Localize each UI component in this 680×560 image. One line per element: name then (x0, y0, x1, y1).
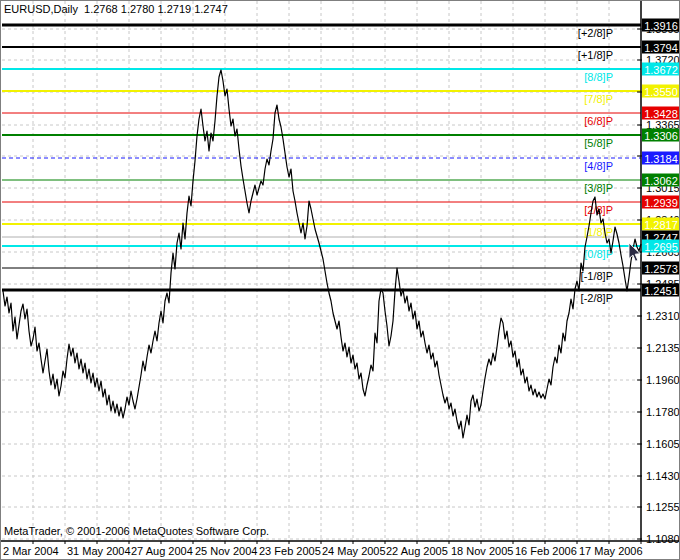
murrey-level-label: [+1/8]P (578, 49, 613, 61)
price-level-box-value: 1.2451 (644, 285, 678, 297)
murrey-level-label: [-2/8]P (581, 292, 613, 304)
price-level-box-value: 1.3184 (644, 153, 678, 165)
metatrader-chart-window: EURUSD,Daily 1.2768 1.2780 1.2719 1.2747… (0, 0, 680, 560)
price-level-box-value: 1.3916 (644, 20, 678, 32)
x-tick-label: 18 Nov 2005 (451, 545, 513, 557)
copyright-text: MetaTrader, © 2001-2006 MetaQuotes Softw… (4, 525, 269, 537)
price-level-box-value: 1.3794 (644, 42, 678, 54)
x-tick-label: 23 Feb 2005 (259, 545, 321, 557)
x-tick-label: 22 Aug 2005 (386, 545, 448, 557)
price-level-box-value: 1.3306 (644, 130, 678, 142)
x-tick-label: 17 May 2006 (579, 545, 643, 557)
price-level-box-value: 1.3062 (644, 175, 678, 187)
murrey-level-label: [0/8]P (584, 248, 613, 260)
x-tick-label: 27 Aug 2004 (131, 545, 193, 557)
price-level-box-value: 1.2573 (644, 263, 678, 275)
x-tick-label: 16 Feb 2006 (515, 545, 577, 557)
y-tick-label: 1.2310 (646, 310, 680, 322)
price-level-box-value: 1.3550 (644, 86, 678, 98)
symbol-ohlc-readout: EURUSD,Daily 1.2768 1.2780 1.2719 1.2747 (4, 3, 228, 15)
murrey-level-label: [7/8]P (584, 93, 613, 105)
y-tick-label: 1.1080 (646, 533, 680, 545)
y-tick-label: 1.1960 (646, 374, 680, 386)
price-chart-canvas[interactable]: [+2/8]P[+1/8]P[8/8]P[7/8]P[6/8]P[5/8]P[4… (1, 1, 680, 560)
x-tick-label: 24 May 2005 (322, 545, 386, 557)
y-tick-label: 1.1780 (646, 406, 680, 418)
murrey-level-label: [-1/8]P (581, 270, 613, 282)
y-tick-label: 1.2135 (646, 342, 680, 354)
x-tick-label: 25 Nov 2004 (195, 545, 257, 557)
murrey-level-label: [3/8]P (584, 182, 613, 194)
x-tick-label: 31 May 2004 (67, 545, 131, 557)
murrey-level-label: [+2/8]P (578, 27, 613, 39)
murrey-level-label: [8/8]P (584, 71, 613, 83)
price-level-box-value: 1.2695 (644, 241, 678, 253)
murrey-level-label: [5/8]P (584, 137, 613, 149)
price-level-box-value: 1.3428 (644, 108, 678, 120)
x-tick-label: 2 Mar 2004 (3, 545, 59, 557)
y-tick-label: 1.1605 (646, 438, 680, 450)
murrey-level-label: [4/8]P (584, 160, 613, 172)
murrey-level-label: [6/8]P (584, 115, 613, 127)
y-tick-label: 1.1255 (646, 501, 680, 513)
price-level-box-value: 1.2817 (644, 219, 678, 231)
y-tick-label: 1.1430 (646, 470, 680, 482)
price-level-box-value: 1.2939 (644, 197, 678, 209)
price-level-box-value: 1.3672 (644, 64, 678, 76)
